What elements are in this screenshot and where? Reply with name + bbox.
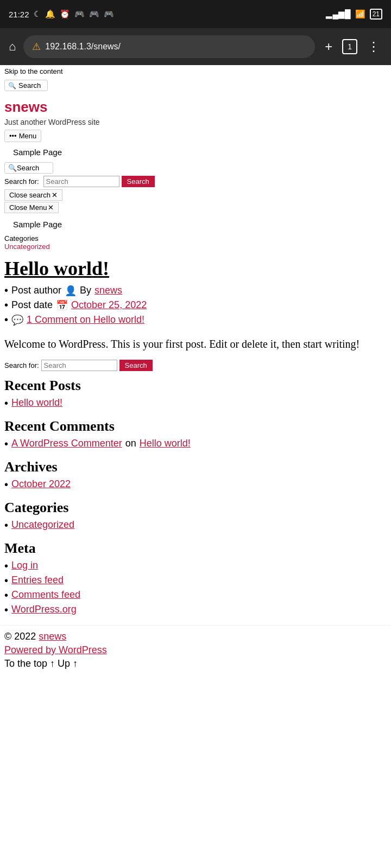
menu-label: Menu	[19, 132, 37, 140]
menu-button[interactable]: ••• Menu	[4, 130, 41, 142]
archive-link[interactable]: October 2022	[11, 478, 71, 490]
powered-by-link[interactable]: Powered by WordPress	[4, 644, 387, 656]
post-comment-meta: 💬 1 Comment on Hello world!	[4, 314, 387, 326]
post-author-label: Post author	[11, 285, 61, 296]
post-date-meta: Post date 📅 October 25, 2022	[4, 299, 387, 311]
on-label: on	[125, 438, 136, 449]
recent-comment-item: A WordPress Commenter on Hello world!	[4, 438, 387, 450]
search-for-row: Search for: Search	[4, 176, 387, 187]
warning-icon: ⚠	[32, 41, 41, 53]
menu-button-area: ••• Menu	[0, 127, 391, 144]
url-text: 192.168.1.3/snews/	[45, 42, 121, 52]
categories-small-link[interactable]: Uncategorized	[4, 242, 50, 251]
moon-icon: ☾	[34, 9, 41, 19]
meta-section: Meta Log in Entries feed Comments feed W…	[0, 536, 391, 621]
skip-link[interactable]: Skip to the content	[0, 65, 391, 78]
meta-item-entries: Entries feed	[4, 575, 387, 587]
categories-list: Uncategorized	[4, 519, 387, 532]
meta-item-comments: Comments feed	[4, 589, 387, 602]
meta-item-wordpress: WordPress.org	[4, 604, 387, 616]
post-date-link[interactable]: October 25, 2022	[71, 299, 147, 311]
post-meta: Post author 👤 By snews Post date 📅 Octob…	[0, 282, 391, 330]
comments-feed-link[interactable]: Comments feed	[11, 589, 80, 601]
recent-comments-list: A WordPress Commenter on Hello world!	[4, 438, 387, 450]
search-box-medium[interactable]: 🔍 Search	[4, 162, 53, 174]
time: 21:22	[9, 10, 29, 19]
site-title-link[interactable]: snews	[4, 99, 48, 115]
post-author-link[interactable]: snews	[94, 285, 122, 296]
footer-copyright: © 2022	[4, 631, 36, 642]
search-medium-label: Search	[17, 164, 39, 172]
status-right: ▂▄▆█ 📶 21	[326, 9, 382, 20]
site-title-area: snews	[0, 93, 391, 117]
bottom-search-input[interactable]	[41, 360, 117, 371]
post-comment-link[interactable]: 1 Comment on Hello world!	[27, 314, 144, 326]
top-search-label: Search	[18, 81, 41, 90]
login-link[interactable]: Log in	[11, 560, 38, 571]
close-search-button[interactable]: Close search ✕	[4, 189, 62, 201]
search-icon-row: 🔍 Search	[4, 162, 387, 174]
recent-posts-section: Recent Posts Hello world!	[0, 373, 391, 414]
search-expanded-area: 🔍 Search Search for: Search Close search…	[0, 160, 391, 216]
comment-post-link[interactable]: Hello world!	[140, 438, 191, 449]
search-submit-button[interactable]: Search	[122, 176, 155, 187]
address-bar[interactable]: ⚠ 192.168.1.3/snews/	[23, 35, 315, 58]
home-button[interactable]: ⌂	[7, 37, 18, 56]
bottom-search-for-label: Search for:	[4, 361, 39, 369]
footer-site-link[interactable]: snews	[39, 631, 66, 642]
recent-post-link[interactable]: Hello world!	[11, 397, 62, 409]
site-footer: © 2022 snews Powered by WordPress To the…	[0, 625, 391, 677]
new-tab-button[interactable]: +	[320, 37, 337, 56]
to-top-text: To the top ↑ Up ↑	[4, 658, 387, 669]
post-date-label: Post date	[11, 299, 53, 311]
close-search-row: Close search ✕	[4, 189, 387, 202]
wordpress-org-link[interactable]: WordPress.org	[11, 604, 77, 615]
bottom-search-button[interactable]: Search	[119, 360, 153, 371]
categories-heading: Categories	[4, 500, 387, 516]
search-for-label: Search for:	[4, 177, 39, 186]
meta-item-login: Log in	[4, 560, 387, 572]
more-options-button[interactable]: ⋮	[363, 37, 384, 56]
nav-item: Sample Page	[13, 146, 387, 158]
status-left: 21:22 ☾ 🔔 ⏰ 🎮 🎮 🎮	[9, 9, 114, 19]
archives-section: Archives October 2022	[0, 455, 391, 495]
secondary-nav: Sample Page	[0, 216, 391, 232]
page-content: Skip to the content 🔍 Search snews Just …	[0, 65, 391, 677]
gamepad-icon: 🎮	[74, 9, 85, 19]
post-content: Welcome to WordPress. This is your first…	[0, 330, 391, 358]
tab-switcher-button[interactable]: 1	[342, 39, 357, 54]
recent-posts-heading: Recent Posts	[4, 378, 387, 394]
close-menu-label: Close Menu	[9, 203, 47, 212]
search-icon-medium: 🔍	[8, 164, 17, 172]
close-search-label: Close search	[9, 191, 51, 199]
wifi-icon: 📶	[355, 9, 365, 19]
close-menu-x-icon: ✕	[48, 203, 54, 212]
sample-page-link[interactable]: Sample Page	[13, 148, 62, 157]
category-item: Uncategorized	[4, 519, 387, 532]
status-bar: 21:22 ☾ 🔔 ⏰ 🎮 🎮 🎮 ▂▄▆█ 📶 21	[0, 0, 391, 28]
category-link[interactable]: Uncategorized	[11, 519, 74, 531]
menu-dots: •••	[9, 132, 17, 140]
search-input[interactable]	[43, 176, 119, 187]
categories-section: Categories Uncategorized	[0, 495, 391, 536]
categories-small-heading: Categories	[4, 234, 39, 242]
close-menu-button[interactable]: Close Menu ✕	[4, 202, 59, 213]
recent-comments-section: Recent Comments A WordPress Commenter on…	[0, 414, 391, 455]
commenter-link[interactable]: A WordPress Commenter	[11, 438, 122, 449]
recent-post-item: Hello world!	[4, 397, 387, 410]
comment-icon: 💬	[11, 314, 23, 326]
primary-nav: Sample Page	[0, 144, 391, 160]
entries-feed-link[interactable]: Entries feed	[11, 575, 64, 586]
search-icon: 🔍	[8, 82, 16, 90]
archive-item: October 2022	[4, 478, 387, 491]
post-author-meta: Post author 👤 By snews	[4, 284, 387, 297]
meta-heading: Meta	[4, 540, 387, 557]
bottom-search-area: Search for: Search	[0, 358, 391, 373]
recent-posts-list: Hello world!	[4, 397, 387, 410]
top-search-box[interactable]: 🔍 Search	[4, 80, 48, 91]
close-search-x-icon: ✕	[52, 191, 58, 199]
sample-page-link-2[interactable]: Sample Page	[13, 220, 62, 229]
signal-icon: ▂▄▆█	[326, 9, 350, 19]
date-icon: 📅	[56, 299, 68, 311]
site-tagline: Just another WordPress site	[0, 117, 391, 127]
